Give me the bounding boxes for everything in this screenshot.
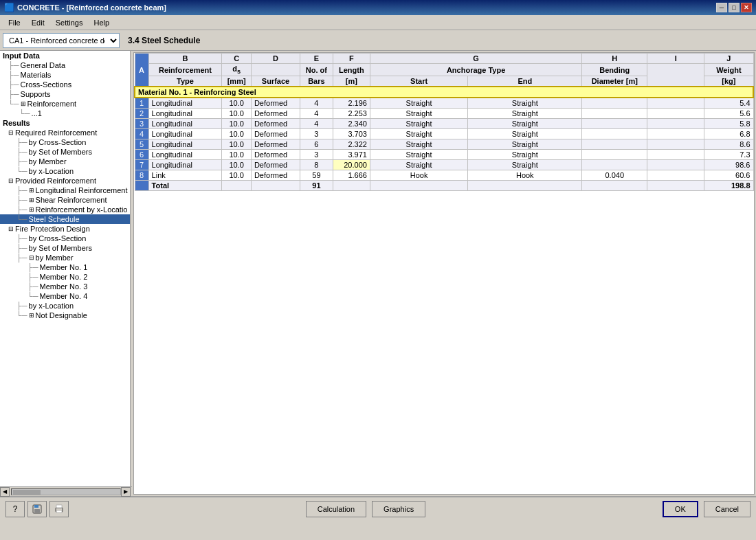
row7-empty <box>647 160 704 170</box>
tree-member-4[interactable]: └─Member No. 4 <box>0 291 130 301</box>
col-b-header: B <box>148 54 222 64</box>
cancel-btn[interactable]: Cancel <box>704 501 751 517</box>
tree-req-by-member[interactable]: ├─by Member <box>0 157 130 166</box>
col-j-header: J <box>704 54 753 64</box>
tree-member-1[interactable]: ├─Member No. 1 <box>0 262 130 272</box>
tree-reinforcement-1[interactable]: └─...1 <box>0 109 130 118</box>
material-header-row: Material No. 1 - Reinforcing Steel <box>135 87 753 98</box>
maximize-btn[interactable]: □ <box>729 3 740 12</box>
scroll-thumb[interactable] <box>13 490 41 495</box>
tree-fire-by-member[interactable]: ├─⊟by Member <box>0 253 130 262</box>
table-row[interactable]: 6 Longitudinal 10.0 Deformed 3 3.971 Str… <box>135 150 753 160</box>
app-title: CONCRETE - [Reinforced concrete beam] <box>17 3 166 12</box>
total-weight: 198.8 <box>704 181 753 191</box>
tree-supports[interactable]: ├─Supports <box>0 89 130 99</box>
row7-bars: 8 <box>300 160 333 170</box>
row5-start: Straight <box>370 139 467 150</box>
table-row[interactable]: 3 Longitudinal 10.0 Deformed 4 2.340 Str… <box>135 119 753 129</box>
row4-length: 3.703 <box>333 129 370 139</box>
case-dropdown[interactable]: CA1 - Reinforced concrete desi... <box>3 33 120 48</box>
scroll-left-btn[interactable]: ◀ <box>0 487 10 497</box>
tree-cross-sections[interactable]: ├─Cross-Sections <box>0 80 130 89</box>
col-b-sub: Type <box>148 76 222 87</box>
table-row[interactable]: 4 Longitudinal 10.0 Deformed 3 3.703 Str… <box>135 129 753 139</box>
ok-btn[interactable]: OK <box>663 501 698 517</box>
menu-edit[interactable]: Edit <box>26 17 50 28</box>
menu-help[interactable]: Help <box>88 17 115 28</box>
help-btn[interactable]: ? <box>5 501 25 517</box>
row8-weight: 60.6 <box>704 170 753 181</box>
table-row[interactable]: 5 Longitudinal 10.0 Deformed 6 2.322 Str… <box>135 139 753 150</box>
row2-type: Longitudinal <box>148 109 222 119</box>
row5-bars: 6 <box>300 139 333 150</box>
menu-file[interactable]: File <box>3 17 26 28</box>
col-end-label: End <box>468 76 582 87</box>
tree-fire-by-set-members[interactable]: ├─by Set of Members <box>0 243 130 253</box>
minimize-btn[interactable]: ─ <box>716 3 727 12</box>
row7-weight: 98.6 <box>704 160 753 170</box>
tree-provided-reinforcement[interactable]: ⊟Provided Reinforcement <box>0 176 130 185</box>
tree-materials[interactable]: ├─Materials <box>0 70 130 80</box>
row1-weight: 5.4 <box>704 98 753 109</box>
col-i-header: I <box>647 54 704 64</box>
bottom-toolbar: ? Calculation Graphics OK Cancel <box>0 496 756 521</box>
table-row[interactable]: 7 Longitudinal 10.0 Deformed 8 20.000 St… <box>135 160 753 170</box>
table-row[interactable]: 2 Longitudinal 10.0 Deformed 4 2.253 Str… <box>135 109 753 119</box>
calculation-btn[interactable]: Calculation <box>306 501 366 517</box>
row8-bending: 0.040 <box>582 170 647 181</box>
tree-fire-protection[interactable]: ⊟Fire Protection Design <box>0 224 130 234</box>
close-btn[interactable]: ✕ <box>741 3 752 12</box>
row2-surface: Deformed <box>251 109 300 119</box>
tree-reinf-by-x[interactable]: ├─⊞Reinforcement by x-Locatio <box>0 205 130 214</box>
row1-bars: 4 <box>300 98 333 109</box>
tree-required-reinforcement[interactable]: ⊟Required Reinforcement <box>0 128 130 137</box>
col-f-label: Length <box>333 64 370 76</box>
row1-type: Longitudinal <box>148 98 222 109</box>
scroll-right-btn[interactable]: ▶ <box>121 487 131 497</box>
row3-bars: 4 <box>300 119 333 129</box>
tree-general-data[interactable]: ├─General Data <box>0 60 130 70</box>
total-label-cell <box>135 181 148 191</box>
row7-type: Longitudinal <box>148 160 222 170</box>
row5-surface: Deformed <box>251 139 300 150</box>
row6-start: Straight <box>370 150 467 160</box>
tree-steel-schedule[interactable]: └─Steel Schedule <box>0 214 130 224</box>
svg-rect-1 <box>34 505 38 508</box>
row4-bending <box>582 129 647 139</box>
row6-item: 6 <box>135 150 148 160</box>
tree-fire-by-x[interactable]: ├─by x-Location <box>0 301 130 311</box>
table-row[interactable]: 1 Longitudinal 10.0 Deformed 4 2.196 Str… <box>135 98 753 109</box>
row4-end: Straight <box>468 129 582 139</box>
row3-weight: 5.8 <box>704 119 753 129</box>
title-bar: 🟦 CONCRETE - [Reinforced concrete beam] … <box>0 0 756 15</box>
tree-not-designable[interactable]: └─⊞Not Designable <box>0 311 130 320</box>
print-btn[interactable] <box>49 501 69 517</box>
tree-reinforcement[interactable]: └─⊞Reinforcement <box>0 99 130 109</box>
table-row[interactable]: 8 Link 10.0 Deformed 59 1.666 Hook Hook … <box>135 170 753 181</box>
tree-shear[interactable]: ├─⊞Shear Reinforcement <box>0 195 130 205</box>
row6-bars: 3 <box>300 150 333 160</box>
tree-req-by-x-location[interactable]: └─by x-Location <box>0 166 130 176</box>
tree-longitudinal[interactable]: ├─⊞Longitudinal Reinforcement <box>0 185 130 195</box>
tree-req-by-set-members[interactable]: ├─by Set of Members <box>0 147 130 157</box>
row7-start: Straight <box>370 160 467 170</box>
row1-item: 1 <box>135 98 148 109</box>
row1-empty <box>647 98 704 109</box>
row6-empty <box>647 150 704 160</box>
graphics-btn[interactable]: Graphics <box>372 501 425 517</box>
row2-length: 2.253 <box>333 109 370 119</box>
row3-start: Straight <box>370 119 467 129</box>
tree-fire-by-cross-section[interactable]: ├─by Cross-Section <box>0 234 130 243</box>
col-h-label: Bending <box>582 64 647 76</box>
tree-member-3[interactable]: ├─Member No. 3 <box>0 282 130 291</box>
row6-length: 3.971 <box>333 150 370 160</box>
tree-member-2[interactable]: ├─Member No. 2 <box>0 272 130 282</box>
menu-settings[interactable]: Settings <box>50 17 89 28</box>
row4-surface: Deformed <box>251 129 300 139</box>
save-btn[interactable] <box>27 501 47 517</box>
scroll-track[interactable] <box>11 488 121 495</box>
row6-type: Longitudinal <box>148 150 222 160</box>
col-e-header: E <box>300 54 333 64</box>
tree-req-by-cross-section[interactable]: ├─by Cross-Section <box>0 137 130 147</box>
right-panel: A B C D E F G H I J Reinforcement ds <box>132 51 756 496</box>
